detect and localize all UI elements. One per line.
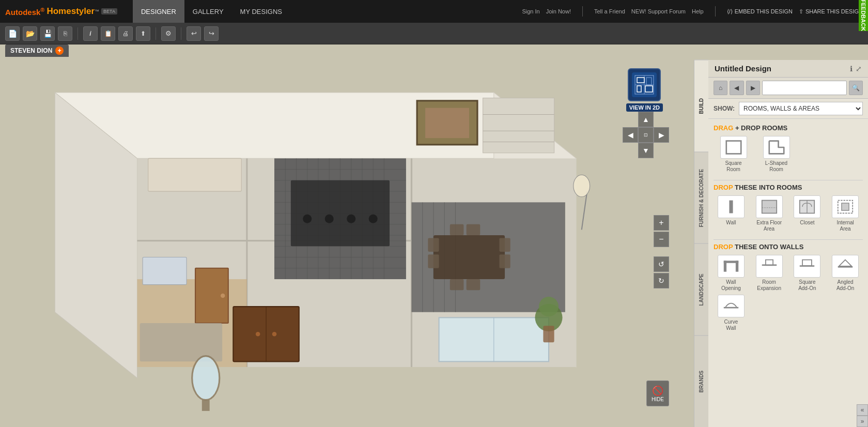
nav-down-button[interactable]: ▼ bbox=[638, 143, 654, 158]
tellfriend-link[interactable]: Tell a Friend bbox=[594, 8, 625, 14]
vtab-furnish[interactable]: FURNISH & DECORATE bbox=[694, 152, 708, 244]
vtab-brands[interactable]: BRANDS bbox=[694, 335, 708, 428]
nav-empty-tl bbox=[623, 112, 638, 127]
extra-floor-item[interactable]: Extra FloorArea bbox=[752, 195, 787, 232]
square-room-icon bbox=[720, 136, 747, 159]
room-expansion-label: RoomExpansion bbox=[757, 279, 781, 292]
svg-rect-39 bbox=[499, 238, 510, 252]
svg-point-66 bbox=[539, 297, 559, 316]
wall-opening-item[interactable]: WallOpening bbox=[714, 255, 749, 292]
add-tab-button[interactable]: + bbox=[55, 47, 64, 55]
user-tab[interactable]: STEVEN DION + bbox=[5, 44, 69, 57]
svg-rect-42 bbox=[467, 224, 481, 235]
nav-empty-br bbox=[654, 143, 669, 158]
embed-design-button[interactable]: ⟨/⟩ EMBED THIS DESIGN bbox=[727, 8, 793, 15]
lshaped-room-label: L-ShapedRoom bbox=[765, 160, 787, 173]
panel-title: Untitled Design bbox=[715, 64, 771, 73]
panel-forward-button[interactable]: ▶ bbox=[746, 81, 760, 95]
user-name: STEVEN DION bbox=[10, 47, 52, 54]
open-button[interactable]: 📂 bbox=[23, 26, 37, 41]
joinnow-link[interactable]: Join Now! bbox=[546, 8, 571, 14]
print-button[interactable]: 🖨 bbox=[118, 26, 133, 41]
svg-rect-81 bbox=[726, 141, 740, 154]
svg-rect-88 bbox=[842, 203, 849, 210]
square-addon-item[interactable]: SquareAdd-On bbox=[790, 255, 825, 292]
share-design-button[interactable]: ⇧ SHARE THIS DESIGN bbox=[799, 8, 863, 15]
svg-rect-35 bbox=[148, 158, 242, 191]
collapse-down-button[interactable]: » bbox=[857, 416, 868, 427]
rotate-left-button[interactable]: ↺ bbox=[654, 256, 669, 272]
internal-area-item[interactable]: InternalArea bbox=[828, 195, 863, 232]
angled-addon-icon bbox=[832, 255, 859, 278]
export-button[interactable]: ⬆ bbox=[136, 26, 150, 41]
vertical-tabs: BUILD FURNISH & DECORATE LANDSCAPE BRAND… bbox=[694, 60, 708, 427]
nav-gallery[interactable]: GALLERY bbox=[184, 0, 232, 23]
settings-button[interactable]: ⚙ bbox=[161, 26, 176, 41]
panel-back-button[interactable]: ◀ bbox=[730, 81, 743, 95]
svg-point-57 bbox=[221, 294, 225, 298]
curve-wall-item[interactable]: CurveWall bbox=[714, 295, 749, 331]
nav-mydesigns[interactable]: MY DESIGNS bbox=[232, 0, 290, 23]
svg-rect-52 bbox=[483, 98, 554, 153]
zoom-out-button[interactable]: − bbox=[654, 232, 669, 247]
new-button[interactable]: 📄 bbox=[5, 26, 20, 41]
square-room-label: SquareRoom bbox=[725, 160, 741, 173]
wall-opening-label: WallOpening bbox=[721, 279, 741, 292]
rotate-right-button[interactable]: ↻ bbox=[654, 273, 669, 288]
nav-up-button[interactable]: ▲ bbox=[638, 112, 654, 127]
angled-addon-shape bbox=[836, 258, 855, 274]
panel-search-button[interactable]: 🔍 bbox=[849, 81, 863, 95]
drop-into-rooms-grid: Wall Extra FloorArea bbox=[714, 195, 863, 232]
panel-info-icon[interactable]: ℹ bbox=[850, 65, 853, 73]
panel-maximize-icon[interactable]: ⤢ bbox=[856, 65, 862, 73]
internal-area-label: InternalArea bbox=[836, 220, 854, 232]
copy-button[interactable]: ⎘ bbox=[58, 26, 72, 41]
wall-icon bbox=[718, 195, 745, 218]
panel-home-button[interactable]: ⌂ bbox=[714, 81, 727, 95]
view-2d-button[interactable]: VIEW IN 2D bbox=[620, 65, 669, 115]
svg-rect-43 bbox=[450, 279, 464, 290]
show-label: SHOW: bbox=[714, 105, 735, 112]
toolbar-separator-2 bbox=[156, 27, 156, 40]
collapse-up-button[interactable]: « bbox=[857, 404, 868, 416]
svg-rect-82 bbox=[729, 201, 733, 213]
drag-rooms-title: DRAG + DROP ROOMS bbox=[714, 124, 863, 132]
svg-point-46 bbox=[303, 215, 312, 223]
wall-opening-shape bbox=[722, 258, 740, 274]
closet-item[interactable]: Closet bbox=[790, 195, 825, 232]
nav-left-button[interactable]: ◀ bbox=[623, 127, 638, 143]
closet-icon bbox=[794, 195, 820, 218]
angled-addon-item[interactable]: AngledAdd-On bbox=[828, 255, 863, 292]
divider-2 bbox=[714, 239, 863, 240]
curve-wall-shape bbox=[722, 298, 740, 314]
hide-button[interactable]: 🚫 HIDE bbox=[646, 380, 669, 406]
lshaped-room-item[interactable]: L-ShapedRoom bbox=[756, 136, 796, 173]
square-addon-label: SquareAdd-On bbox=[798, 279, 816, 292]
logo-area: Autodesk® Homestyler ™ BETA bbox=[5, 6, 117, 17]
signin-link[interactable]: Sign In bbox=[522, 8, 539, 14]
supportforum-link[interactable]: NEW! Support Forum bbox=[631, 8, 686, 14]
drop-onto-walls-grid: WallOpening RoomExpansion bbox=[714, 255, 863, 331]
panel-search-input[interactable] bbox=[762, 81, 847, 95]
nav-right-button[interactable]: ▶ bbox=[654, 127, 669, 143]
panel-content[interactable]: DRAG + DROP ROOMS SquareRoom bbox=[708, 119, 868, 427]
wall-item[interactable]: Wall bbox=[714, 195, 749, 232]
feedback-tab[interactable]: FEEDBACK bbox=[859, 0, 868, 31]
save-button[interactable]: 💾 bbox=[40, 26, 55, 41]
info-button[interactable]: i bbox=[83, 26, 98, 41]
drop-into-rooms-title: DROP THESE INTO ROOMS bbox=[714, 184, 863, 191]
square-room-item[interactable]: SquareRoom bbox=[714, 136, 753, 173]
vtab-build[interactable]: BUILD bbox=[694, 60, 708, 152]
room-expansion-item[interactable]: RoomExpansion bbox=[752, 255, 787, 292]
redo-button[interactable]: ↪ bbox=[204, 26, 219, 41]
zoom-in-button[interactable]: + bbox=[654, 215, 669, 231]
nav-designer[interactable]: DESIGNER bbox=[133, 0, 184, 23]
vtab-landscape[interactable]: LANDSCAPE bbox=[694, 243, 708, 335]
svg-point-49 bbox=[369, 215, 378, 223]
show-dropdown[interactable]: ROOMS, WALLS & AREAS FURNITURE LANDSCAPE… bbox=[739, 102, 863, 115]
clipboard-button[interactable]: 📋 bbox=[101, 26, 115, 41]
help-link[interactable]: Help bbox=[692, 8, 704, 14]
nav-fit-button[interactable]: ⊡ bbox=[638, 127, 654, 143]
canvas-area[interactable]: VIEW IN 2D ▲ ◀ ⊡ ▶ ▼ + − ↺ ↻ bbox=[0, 60, 708, 427]
undo-button[interactable]: ↩ bbox=[187, 26, 201, 41]
